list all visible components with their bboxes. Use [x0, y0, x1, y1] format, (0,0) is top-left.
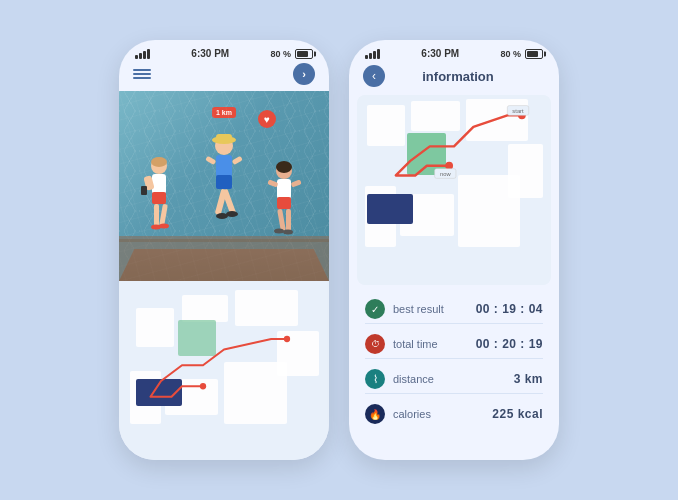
status-bar-1: 6:30 PM 80 % — [119, 40, 329, 63]
best-result-icon: ✓ — [365, 299, 385, 319]
best-result-label: best result — [393, 303, 468, 315]
svg-point-39 — [200, 383, 206, 389]
distance-icon: ⌇ — [365, 369, 385, 389]
total-time-icon: ⏱ — [365, 334, 385, 354]
svg-rect-29 — [277, 197, 291, 209]
route-line-2: start now — [357, 95, 551, 285]
svg-point-38 — [284, 336, 290, 342]
svg-rect-19 — [216, 175, 232, 189]
svg-point-14 — [159, 224, 169, 229]
svg-rect-17 — [216, 134, 232, 142]
stat-row-total-time: ⏱ total time 00 : 20 : 19 — [365, 330, 543, 359]
svg-point-6 — [151, 157, 167, 167]
mini-map-1 — [119, 281, 329, 460]
phone1-nav: › — [119, 63, 329, 91]
calories-icon: 🔥 — [365, 404, 385, 424]
battery-percent-1: 80 % — [270, 49, 291, 59]
svg-rect-28 — [277, 179, 291, 199]
svg-rect-10 — [141, 186, 147, 195]
stat-row-calories: 🔥 calories 225 kcal — [365, 400, 543, 428]
calories-value: 225 kcal — [492, 407, 543, 421]
total-time-value: 00 : 20 : 19 — [476, 337, 543, 351]
page-title: information — [393, 69, 523, 84]
phones-container: 6:30 PM 80 % › 1 km — [119, 40, 559, 460]
svg-rect-33 — [286, 209, 291, 231]
total-time-label: total time — [393, 338, 468, 350]
svg-rect-4 — [119, 239, 329, 242]
route-line-1 — [119, 281, 329, 460]
status-time-1: 6:30 PM — [191, 48, 229, 59]
status-bar-2: 6:30 PM 80 % — [349, 40, 559, 63]
calories-label: calories — [393, 408, 484, 420]
svg-text:now: now — [440, 171, 451, 177]
runners-illustration: ♥ — [119, 91, 329, 281]
back-button[interactable]: ‹ — [363, 65, 385, 87]
battery-icon-2 — [525, 49, 543, 59]
phone-1: 6:30 PM 80 % › 1 km — [119, 40, 329, 460]
stat-row-distance: ⌇ distance 3 km — [365, 365, 543, 394]
menu-icon[interactable] — [133, 69, 151, 79]
distance-value: 3 km — [514, 372, 543, 386]
svg-text:♥: ♥ — [264, 114, 270, 125]
svg-rect-18 — [216, 155, 232, 177]
signal-icon — [135, 49, 150, 59]
next-button[interactable]: › — [293, 63, 315, 85]
svg-point-27 — [276, 161, 292, 173]
svg-rect-11 — [154, 204, 159, 226]
status-right-2: 80 % — [500, 49, 543, 59]
signal-icon-2 — [365, 49, 380, 59]
svg-point-34 — [274, 229, 284, 234]
stats-section: ✓ best result 00 : 19 : 04 ⏱ total time … — [349, 285, 559, 460]
svg-rect-7 — [152, 174, 166, 194]
battery-icon-1 — [295, 49, 313, 59]
hero-image: 1 km — [119, 91, 329, 281]
svg-point-35 — [283, 230, 293, 235]
phone-2: 6:30 PM 80 % ‹ information — [349, 40, 559, 460]
status-time-2: 6:30 PM — [421, 48, 459, 59]
large-map: start now — [357, 95, 551, 285]
svg-rect-3 — [119, 236, 329, 281]
best-result-value: 00 : 19 : 04 — [476, 302, 543, 316]
svg-rect-8 — [152, 192, 166, 204]
phone2-nav: ‹ information — [349, 63, 559, 95]
svg-point-25 — [226, 211, 238, 217]
status-right-1: 80 % — [270, 49, 313, 59]
stat-row-best-result: ✓ best result 00 : 19 : 04 — [365, 295, 543, 324]
svg-text:start: start — [512, 108, 524, 114]
battery-percent-2: 80 % — [500, 49, 521, 59]
distance-label: distance — [393, 373, 506, 385]
